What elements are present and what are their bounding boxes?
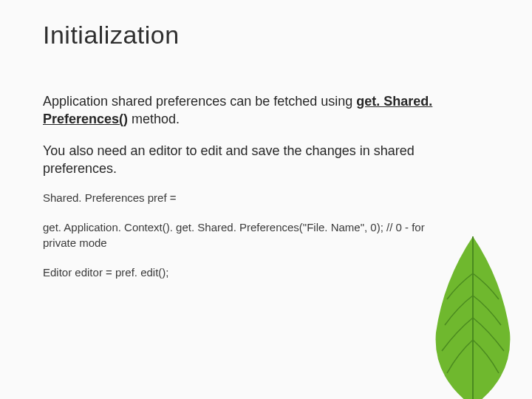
paragraph-1: Application shared preferences can be fe… bbox=[43, 92, 457, 129]
paragraph-1-text-before: Application shared preferences can be fe… bbox=[43, 94, 356, 109]
code-line-1: Shared. Preferences pref = bbox=[43, 191, 457, 205]
code-line-2: get. Application. Context(). get. Shared… bbox=[43, 220, 457, 250]
slide-title: Initialization bbox=[43, 21, 489, 50]
code-line-3: Editor editor = pref. edit(); bbox=[43, 265, 457, 280]
paragraph-2: You also need an editor to edit and save… bbox=[43, 142, 457, 178]
slide-container: Initialization Application shared prefer… bbox=[0, 0, 532, 399]
paragraph-1-text-after: method. bbox=[128, 112, 180, 126]
leaf-decoration-icon bbox=[429, 236, 532, 399]
